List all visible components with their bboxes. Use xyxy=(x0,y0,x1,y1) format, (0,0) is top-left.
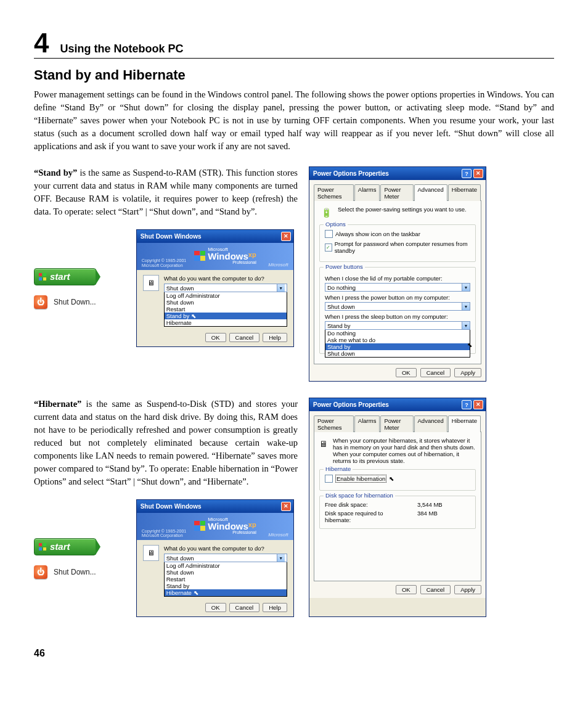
tab-alarms[interactable]: Alarms xyxy=(354,415,380,432)
enable-hibernation-checkbox[interactable]: Enable hibernation ⬉ xyxy=(325,475,470,483)
windows-banner: Copyright © 1985-2001 Microsoft Corporat… xyxy=(137,243,293,270)
cancel-button[interactable]: Cancel xyxy=(420,585,451,594)
checkbox-icon xyxy=(325,475,333,483)
lid-label: When I close the lid of my portable comp… xyxy=(325,275,470,282)
password-resume-checkbox[interactable]: ✓ Prompt for password when computer resu… xyxy=(325,240,470,254)
power-options-hibernate-dialog: Power Options Properties ? ✕ Power Schem… xyxy=(309,398,486,617)
standby-paragraph: “Stand by” is the same as Suspend-to-RAM… xyxy=(34,166,298,218)
chevron-down-icon: ▼ xyxy=(277,284,285,292)
svg-rect-6 xyxy=(39,547,42,550)
power-options-titlebar[interactable]: Power Options Properties ? ✕ xyxy=(309,167,486,180)
help-icon[interactable]: ? xyxy=(462,400,472,409)
tab-power-schemes[interactable]: Power Schemes xyxy=(314,415,354,432)
svg-rect-4 xyxy=(39,543,42,546)
shutdown-dialog-titlebar[interactable]: Shut Down Windows ✕ xyxy=(137,500,293,513)
start-label: start xyxy=(50,271,70,282)
sleep-button-label: When I press the sleep button on my comp… xyxy=(325,313,470,320)
hibernate-paragraph: “Hibernate” is the same as Suspend-to-Di… xyxy=(34,398,298,488)
ok-button[interactable]: OK xyxy=(205,603,226,612)
shutdown-action-dropdown[interactable]: Log off Administrator Shut down Restart … xyxy=(164,292,287,327)
shutdown-menu-item[interactable]: ⏻ Shut Down... xyxy=(34,295,96,309)
close-icon[interactable]: ✕ xyxy=(281,502,291,511)
monitor-icon: 🖥 xyxy=(319,437,328,451)
power-button-action-select[interactable]: Shut down ▼ xyxy=(325,302,470,311)
close-icon[interactable]: ✕ xyxy=(473,169,483,178)
taskbar-icon-checkbox[interactable]: Always show icon on the taskbar xyxy=(325,230,470,238)
power-button-label: When I press the power button on my comp… xyxy=(325,294,470,301)
cursor-icon: ⬉ xyxy=(389,475,394,482)
ok-button[interactable]: OK xyxy=(396,368,417,377)
shutdown-dialog: Shut Down Windows ✕ Copyright © 1985-200… xyxy=(136,499,294,617)
shutdown-dialog-titlebar[interactable]: Shut Down Windows ✕ xyxy=(137,230,293,243)
sleep-button-action-select[interactable]: Stand by ▼ xyxy=(325,321,470,330)
computer-icon: 🖥 xyxy=(143,275,159,291)
windows-flag-icon xyxy=(38,272,47,281)
power-options-advanced-dialog: Power Options Properties ? ✕ Power Schem… xyxy=(309,166,486,382)
shutdown-prompt: What do you want the computer to do? xyxy=(164,275,287,282)
panel-intro: When your computer hibernates, it stores… xyxy=(333,437,476,464)
chevron-down-icon: ▼ xyxy=(462,284,470,291)
tab-hibernate[interactable]: Hibernate xyxy=(448,415,481,432)
start-label: start xyxy=(50,541,70,552)
cursor-icon: ⬉ xyxy=(189,313,196,319)
help-button[interactable]: Help xyxy=(263,603,287,612)
battery-icon: 🔋 xyxy=(319,206,333,219)
dialog-title: Shut Down Windows xyxy=(141,233,202,240)
shutdown-action-select[interactable]: Shut down ▼ xyxy=(164,554,287,562)
shutdown-label: Shut Down... xyxy=(54,568,96,576)
shutdown-menu-item[interactable]: ⏻ Shut Down... xyxy=(34,565,96,579)
close-icon[interactable]: ✕ xyxy=(473,400,483,409)
page-number: 46 xyxy=(34,648,554,659)
svg-rect-7 xyxy=(43,547,46,550)
power-buttons-group: Power buttons When I close the lid of my… xyxy=(319,267,476,354)
chapter-number: 4 xyxy=(34,31,49,55)
start-button[interactable]: start xyxy=(34,268,96,285)
chapter-header: 4 Using the Notebook PC xyxy=(34,31,554,59)
power-options-titlebar[interactable]: Power Options Properties ? ✕ xyxy=(309,398,486,411)
hibernate-section: “Hibernate” is the same as Suspend-to-Di… xyxy=(34,398,554,617)
required-disk-label: Disk space required to hibernate: xyxy=(325,510,405,523)
dialog-title: Shut Down Windows xyxy=(141,503,202,510)
tab-hibernate[interactable]: Hibernate xyxy=(448,184,481,201)
free-disk-value: 3,544 MB xyxy=(417,501,443,508)
lid-action-select[interactable]: Do nothing ▼ xyxy=(325,283,470,292)
free-disk-label: Free disk space: xyxy=(325,501,405,508)
computer-icon: 🖥 xyxy=(143,545,159,561)
tabs: Power Schemes Alarms Power Meter Advance… xyxy=(314,415,481,432)
standby-section: “Stand by” is the same as Suspend-to-RAM… xyxy=(34,166,554,382)
svg-rect-2 xyxy=(39,277,42,280)
shutdown-action-dropdown[interactable]: Log off Administrator Shut down Restart … xyxy=(164,562,287,597)
svg-rect-1 xyxy=(43,273,46,276)
options-group: Options Always show icon on the taskbar … xyxy=(319,224,476,262)
shutdown-dialog: Shut Down Windows ✕ Copyright © 1985-200… xyxy=(136,229,294,347)
ok-button[interactable]: OK xyxy=(205,333,226,342)
chevron-down-icon: ▼ xyxy=(462,322,470,329)
svg-rect-0 xyxy=(39,273,42,276)
cancel-button[interactable]: Cancel xyxy=(420,368,451,377)
required-disk-value: 384 MB xyxy=(417,510,438,523)
tab-advanced[interactable]: Advanced xyxy=(414,184,447,201)
checkbox-icon xyxy=(325,230,333,238)
disk-space-group: Disk space for hibernation Free disk spa… xyxy=(319,496,476,529)
shutdown-action-select[interactable]: Shut down ▼ xyxy=(164,284,287,292)
intro-paragraph: Power management settings can be found i… xyxy=(34,88,554,153)
ok-button[interactable]: OK xyxy=(396,585,417,594)
panel-intro: Select the power-saving settings you wan… xyxy=(338,206,467,219)
dialog-title: Power Options Properties xyxy=(313,170,389,177)
help-button[interactable]: Help xyxy=(263,333,287,342)
help-icon[interactable]: ? xyxy=(462,169,472,178)
windows-flag-icon xyxy=(38,542,47,551)
tab-power-meter[interactable]: Power Meter xyxy=(380,184,413,201)
start-button[interactable]: start xyxy=(34,538,96,555)
tab-power-schemes[interactable]: Power Schemes xyxy=(314,184,354,201)
tab-power-meter[interactable]: Power Meter xyxy=(380,415,413,432)
tab-advanced[interactable]: Advanced xyxy=(414,415,447,432)
checkbox-checked-icon: ✓ xyxy=(325,243,332,252)
cancel-button[interactable]: Cancel xyxy=(229,333,260,342)
svg-rect-3 xyxy=(43,277,46,280)
apply-button[interactable]: Apply xyxy=(454,585,481,594)
cancel-button[interactable]: Cancel xyxy=(229,603,260,612)
apply-button[interactable]: Apply xyxy=(454,368,481,377)
tab-alarms[interactable]: Alarms xyxy=(354,184,380,201)
close-icon[interactable]: ✕ xyxy=(281,232,291,241)
